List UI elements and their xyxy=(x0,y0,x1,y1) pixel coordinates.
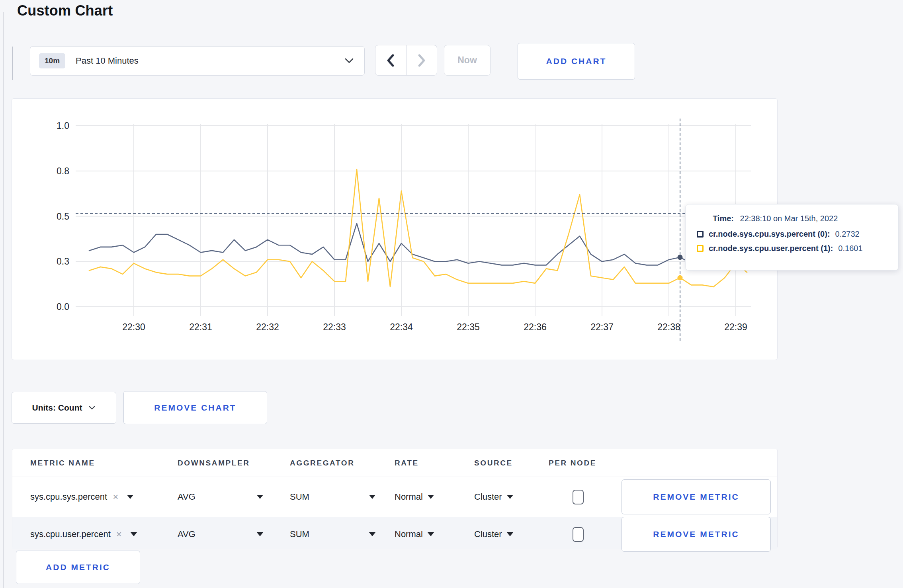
time-nav-group xyxy=(375,45,437,76)
svg-text:0.0: 0.0 xyxy=(57,302,69,312)
header-rate: RATE xyxy=(395,459,474,467)
chevron-right-icon xyxy=(417,54,426,67)
add-chart-label: ADD CHART xyxy=(546,56,607,66)
svg-text:22:36: 22:36 xyxy=(524,322,547,332)
tooltip-series-0-name: cr.node.sys.cpu.sys.percent (0): xyxy=(709,230,830,239)
chart-hover-tooltip: Time: 22:38:10 on Mar 15th, 2022 cr.node… xyxy=(685,204,899,271)
svg-text:22:34: 22:34 xyxy=(390,322,413,332)
add-metric-label: ADD METRIC xyxy=(46,563,110,572)
downsampler-select[interactable]: AVG xyxy=(178,492,263,502)
chart-svg[interactable]: 0.00.30.50.81.022:3022:3122:3222:3322:34… xyxy=(12,99,777,359)
caret-down-icon[interactable] xyxy=(127,495,133,499)
svg-text:22:32: 22:32 xyxy=(256,322,279,332)
time-range-badge: 10m xyxy=(39,53,65,68)
source-value: Cluster xyxy=(474,529,502,539)
series-1-swatch-icon xyxy=(697,245,704,252)
caret-down-icon xyxy=(428,532,434,536)
svg-text:0.5: 0.5 xyxy=(57,211,69,222)
tooltip-series-0-value: 0.2732 xyxy=(835,230,860,239)
svg-text:22:37: 22:37 xyxy=(590,322,614,332)
add-metric-button[interactable]: ADD METRIC xyxy=(16,551,140,584)
svg-text:22:39: 22:39 xyxy=(724,322,747,332)
header-metric-name: METRIC NAME xyxy=(30,459,178,467)
per-node-checkbox[interactable] xyxy=(573,527,584,542)
remove-metric-button[interactable]: REMOVE METRIC xyxy=(622,517,771,552)
table-row: sys.cpu.user.percent × AVG SUM Normal Cl… xyxy=(12,517,777,549)
svg-text:22:38: 22:38 xyxy=(657,322,680,332)
aggregator-select[interactable]: SUM xyxy=(290,492,375,502)
source-value: Cluster xyxy=(474,492,502,502)
header-downsampler: DOWNSAMPLER xyxy=(178,459,290,467)
clear-metric-icon[interactable]: × xyxy=(113,491,118,502)
header-source: SOURCE xyxy=(474,459,549,467)
time-forward-button[interactable] xyxy=(406,45,437,75)
remove-chart-label: REMOVE CHART xyxy=(154,403,236,413)
metric-name-cell: sys.cpu.sys.percent × xyxy=(30,491,178,502)
downsampler-value: AVG xyxy=(178,529,195,539)
source-select[interactable]: Cluster xyxy=(474,492,549,502)
svg-text:0.3: 0.3 xyxy=(57,256,69,267)
source-select[interactable]: Cluster xyxy=(474,529,549,539)
metric-name-dropdown[interactable]: sys.cpu.user.percent xyxy=(30,529,111,539)
metric-name-dropdown[interactable]: sys.cpu.sys.percent xyxy=(30,492,107,502)
caret-down-icon xyxy=(507,532,513,536)
header-aggregator: AGGREGATOR xyxy=(290,459,395,467)
tooltip-time-label: Time: xyxy=(713,214,734,223)
toolbar-left-divider xyxy=(12,47,13,80)
page-title: Custom Chart xyxy=(17,2,113,19)
clear-metric-icon[interactable]: × xyxy=(116,529,122,540)
time-range-selector[interactable]: 10m Past 10 Minutes xyxy=(30,46,365,76)
svg-text:22:35: 22:35 xyxy=(457,322,480,332)
chart-card: 0.00.30.50.81.022:3022:3122:3222:3322:34… xyxy=(12,98,778,360)
rate-value: Normal xyxy=(395,492,423,502)
caret-down-icon xyxy=(369,495,375,499)
metrics-table: METRIC NAME DOWNSAMPLER AGGREGATOR RATE … xyxy=(12,449,778,548)
custom-chart-page: { "page": { "title": "Custom Chart" }, "… xyxy=(0,0,903,588)
metric-name-cell: sys.cpu.user.percent × xyxy=(30,529,178,540)
caret-down-icon xyxy=(257,532,263,536)
caret-down-icon xyxy=(507,495,513,499)
remove-metric-label: REMOVE METRIC xyxy=(653,492,739,502)
time-range-label: Past 10 Minutes xyxy=(76,56,344,66)
chevron-left-icon xyxy=(386,54,395,67)
aggregator-value: SUM xyxy=(290,492,309,502)
downsampler-select[interactable]: AVG xyxy=(178,529,263,539)
remove-metric-button[interactable]: REMOVE METRIC xyxy=(622,479,771,514)
page-left-divider xyxy=(3,12,4,588)
caret-down-icon xyxy=(369,532,375,536)
caret-down-icon[interactable] xyxy=(131,532,137,536)
metrics-table-header: METRIC NAME DOWNSAMPLER AGGREGATOR RATE … xyxy=(12,449,777,477)
caret-down-icon xyxy=(257,495,263,499)
svg-text:22:31: 22:31 xyxy=(189,322,212,332)
svg-text:1.0: 1.0 xyxy=(57,121,69,131)
add-chart-button[interactable]: ADD CHART xyxy=(518,43,635,80)
rate-select[interactable]: Normal xyxy=(395,529,474,539)
svg-text:22:33: 22:33 xyxy=(323,322,346,332)
svg-text:22:30: 22:30 xyxy=(122,322,145,332)
time-back-button[interactable] xyxy=(375,45,406,75)
tooltip-series-1-value: 0.1601 xyxy=(838,244,862,253)
tooltip-series-row: cr.node.sys.cpu.user.percent (1): 0.1601 xyxy=(697,244,888,253)
downsampler-value: AVG xyxy=(178,492,195,502)
now-button-label: Now xyxy=(457,55,477,66)
tooltip-series-row: cr.node.sys.cpu.sys.percent (0): 0.2732 xyxy=(697,230,888,239)
per-node-checkbox[interactable] xyxy=(573,490,584,504)
tooltip-time-value: 22:38:10 on Mar 15th, 2022 xyxy=(740,214,838,223)
table-row: sys.cpu.sys.percent × AVG SUM Normal Clu… xyxy=(12,477,777,517)
chevron-down-icon xyxy=(88,405,96,410)
svg-text:0.8: 0.8 xyxy=(57,166,69,176)
remove-chart-button[interactable]: REMOVE CHART xyxy=(123,391,267,424)
header-per-node: PER NODE xyxy=(549,459,622,467)
remove-metric-label: REMOVE METRIC xyxy=(653,530,739,539)
tooltip-time-row: Time: 22:38:10 on Mar 15th, 2022 xyxy=(713,214,888,223)
series-0-swatch-icon xyxy=(697,231,704,238)
aggregator-value: SUM xyxy=(290,529,309,539)
aggregator-select[interactable]: SUM xyxy=(290,529,375,539)
tooltip-series-1-name: cr.node.sys.cpu.user.percent (1): xyxy=(709,244,833,253)
now-button[interactable]: Now xyxy=(444,45,491,76)
rate-select[interactable]: Normal xyxy=(395,492,474,502)
units-dropdown[interactable]: Units: Count xyxy=(12,392,116,424)
caret-down-icon xyxy=(428,495,434,499)
chevron-down-icon xyxy=(344,58,354,64)
rate-value: Normal xyxy=(395,529,423,539)
